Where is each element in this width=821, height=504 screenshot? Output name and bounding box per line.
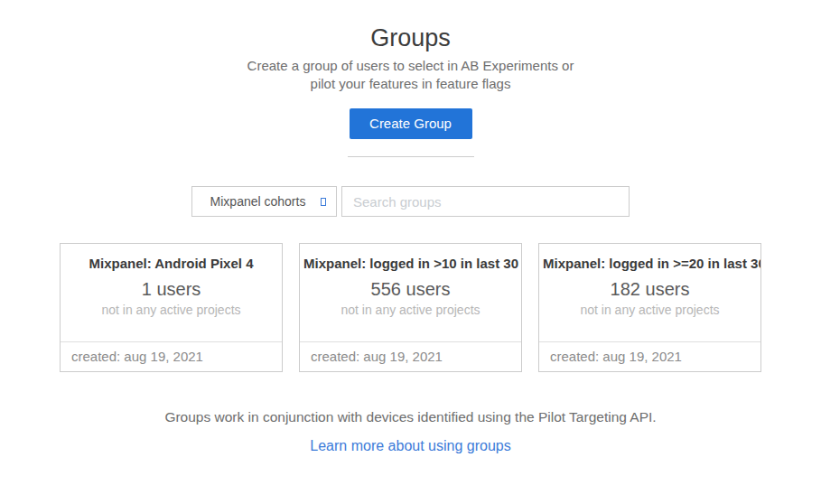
create-group-button[interactable]: Create Group [350,108,472,139]
cohort-source-dropdown-value: Mixpanel cohorts [210,194,306,209]
group-users-count: 556 users [300,279,521,300]
page-title: Groups [0,23,821,52]
group-users-count: 182 users [539,279,760,300]
cohort-source-dropdown[interactable]: Mixpanel cohorts [191,186,337,217]
page-header: Groups Create a group of users to select… [0,23,821,157]
group-created-date: created: aug 19, 2021 [61,341,282,371]
group-created-date: created: aug 19, 2021 [300,341,521,371]
group-projects-status: not in any active projects [61,303,282,317]
groups-list: Mixpanel: Android Pixel 4 1 users not in… [60,243,761,372]
group-created-date: created: aug 19, 2021 [539,341,760,371]
group-name: Mixpanel: logged in >=20 in last 30... [539,256,760,271]
learn-more-link[interactable]: Learn more about using groups [310,438,510,453]
search-groups-input[interactable] [341,186,630,217]
page-subtitle-line2: pilot your features in feature flags [0,75,821,93]
group-projects-status: not in any active projects [539,303,760,317]
group-users-count: 1 users [61,279,282,300]
groups-page: Groups Create a group of users to select… [0,0,821,454]
group-projects-status: not in any active projects [300,303,521,317]
page-subtitle: Create a group of users to select in AB … [0,57,821,92]
group-card[interactable]: Mixpanel: Android Pixel 4 1 users not in… [60,243,283,372]
group-name: Mixpanel: Android Pixel 4 [61,256,282,271]
group-card[interactable]: Mixpanel: logged in >10 in last 30 ... 5… [299,243,522,372]
header-divider [348,156,474,157]
group-card-body: Mixpanel: logged in >10 in last 30 ... 5… [300,244,521,341]
page-subtitle-line1: Create a group of users to select in AB … [0,57,821,75]
group-card[interactable]: Mixpanel: logged in >=20 in last 30... 1… [538,243,761,372]
groups-info-text: Groups work in conjunction with devices … [0,409,821,425]
group-card-body: Mixpanel: Android Pixel 4 1 users not in… [61,244,282,341]
filter-row: Mixpanel cohorts [191,186,630,217]
group-name: Mixpanel: logged in >10 in last 30 ... [300,256,521,271]
dropdown-indicator-icon [321,198,326,206]
group-card-body: Mixpanel: logged in >=20 in last 30... 1… [539,244,760,341]
